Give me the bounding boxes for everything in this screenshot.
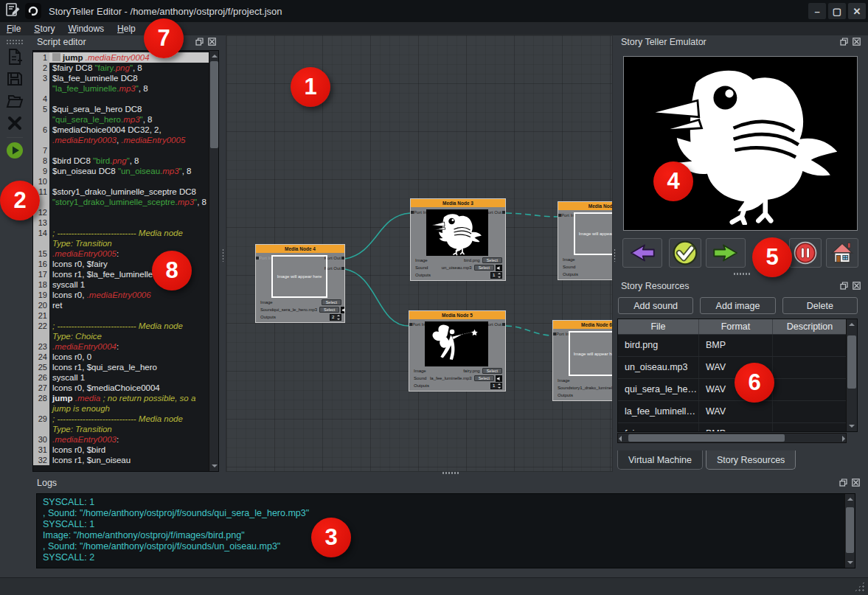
scroll-up-icon[interactable] bbox=[847, 320, 855, 329]
port-in-dot[interactable] bbox=[409, 323, 412, 326]
float-panel-icon[interactable] bbox=[839, 281, 849, 290]
home-button[interactable] bbox=[826, 238, 858, 268]
minimize-button[interactable]: – bbox=[808, 3, 826, 19]
column-header-description[interactable]: Description bbox=[773, 319, 847, 334]
float-panel-icon[interactable] bbox=[839, 37, 849, 46]
node-title[interactable]: Media Node 3 bbox=[411, 199, 505, 207]
table-row[interactable]: fairy.pngBMP bbox=[618, 423, 857, 432]
code-line[interactable]: 5$qui_sera_le_hero DC8 "qui_sera_le_hero… bbox=[33, 104, 209, 125]
code-line[interactable]: 8$bird DC8 "bird.png", 8 bbox=[33, 156, 209, 166]
scroll-thumb[interactable] bbox=[847, 335, 856, 389]
code-scrollbar[interactable] bbox=[209, 51, 218, 471]
code-line[interactable]: 11$story1_drako_luminelle_sceptre DC8 "s… bbox=[33, 187, 209, 207]
maximize-button[interactable]: ▢ bbox=[828, 3, 846, 19]
select-button[interactable]: Select bbox=[322, 299, 341, 305]
code-line[interactable]: 27lcons r0, $mediaChoice0004 bbox=[33, 383, 209, 393]
port-out-dot[interactable] bbox=[341, 267, 344, 270]
close-project-icon[interactable] bbox=[5, 114, 24, 133]
close-panel-icon[interactable] bbox=[207, 37, 217, 46]
delete-button[interactable]: Delete bbox=[782, 297, 858, 314]
scroll-left-icon[interactable] bbox=[618, 434, 627, 442]
add-sound-button[interactable]: Add sound bbox=[618, 297, 693, 314]
tab-story-resources[interactable]: Story Resources bbox=[706, 450, 796, 470]
log-scrollbar[interactable] bbox=[844, 494, 855, 568]
code-line[interactable]: 21 bbox=[33, 310, 209, 321]
splitter-handle[interactable] bbox=[442, 471, 459, 475]
code-line[interactable]: 13 bbox=[33, 218, 209, 228]
node-title[interactable]: Media Node 6 bbox=[553, 321, 613, 329]
splitter-handle[interactable] bbox=[221, 248, 225, 262]
node-graph-canvas[interactable]: Media Node 4Port InPort OutPort OutImage… bbox=[226, 35, 613, 472]
code-line[interactable]: 4 bbox=[33, 94, 209, 104]
port-in-dot[interactable] bbox=[411, 211, 414, 214]
select-button[interactable]: Select bbox=[482, 368, 502, 374]
media-node[interactable]: Media Node 4Port InPort OutPort OutImage… bbox=[255, 244, 345, 323]
code-line[interactable]: 3$la_fee_luminelle DC8 "la_fee_luminelle… bbox=[33, 73, 209, 94]
port-in[interactable]: Port In bbox=[561, 213, 574, 218]
table-row[interactable]: la_fee_luminelle.mp3WAV bbox=[618, 401, 857, 423]
menu-item-help[interactable]: Help bbox=[111, 23, 142, 35]
code-line[interactable]: 31lcons r0, $bird bbox=[33, 445, 209, 455]
port-out-dot[interactable] bbox=[341, 257, 344, 260]
scroll-down-icon[interactable] bbox=[847, 422, 855, 431]
speaker-icon[interactable] bbox=[496, 265, 502, 271]
code-line[interactable]: 7 bbox=[33, 145, 209, 156]
scroll-down-icon[interactable] bbox=[210, 462, 218, 470]
save-icon[interactable] bbox=[5, 69, 24, 88]
scroll-thumb[interactable] bbox=[846, 507, 854, 553]
back-button[interactable] bbox=[622, 238, 662, 268]
media-node[interactable]: Media Node 3Port InPort OutImagebird.png… bbox=[410, 198, 506, 281]
code-line[interactable]: 23.mediaEntry0004: bbox=[33, 341, 209, 352]
table-row[interactable]: bird.pngBMP bbox=[618, 335, 857, 357]
close-panel-icon[interactable] bbox=[851, 478, 861, 487]
close-button[interactable]: ✕ bbox=[848, 3, 866, 19]
code-line[interactable]: 14; ---------------------------- Media n… bbox=[33, 228, 209, 248]
port-in-dot[interactable] bbox=[553, 333, 556, 335]
table-scrollbar[interactable] bbox=[846, 319, 857, 431]
select-button[interactable]: Select bbox=[482, 257, 502, 263]
outputs-spinner[interactable]: 1 bbox=[490, 272, 502, 279]
outputs-spinner[interactable]: 1 bbox=[490, 383, 502, 389]
close-panel-icon[interactable] bbox=[852, 37, 861, 46]
scroll-up-icon[interactable] bbox=[210, 52, 218, 60]
select-button[interactable]: Select bbox=[319, 307, 339, 313]
port-in[interactable]: Port In bbox=[414, 210, 427, 215]
forward-button[interactable] bbox=[706, 238, 746, 268]
scroll-down-icon[interactable] bbox=[846, 558, 854, 567]
code-line[interactable]: 32lcons r1, $un_oiseau bbox=[33, 455, 209, 465]
tab-virtual-machine[interactable]: Virtual Machine bbox=[617, 450, 703, 470]
port-in[interactable]: Port In bbox=[412, 322, 426, 327]
scroll-up-icon[interactable] bbox=[846, 495, 854, 504]
run-icon[interactable] bbox=[5, 141, 24, 160]
code-line[interactable]: 6$mediaChoice0004 DC32, 2, .mediaEntry00… bbox=[33, 125, 209, 145]
resize-grip[interactable] bbox=[854, 581, 865, 592]
toolbar-drag-handle[interactable] bbox=[6, 39, 24, 44]
add-image-button[interactable]: Add image bbox=[700, 297, 775, 314]
open-folder-icon[interactable] bbox=[5, 91, 24, 111]
select-button[interactable]: Select bbox=[474, 375, 494, 381]
code-line[interactable]: 24lcons r0, 0 bbox=[33, 352, 209, 362]
code-line[interactable]: 2$fairy DC8 "fairy.png", 8 bbox=[33, 63, 209, 73]
port-in-dot[interactable] bbox=[256, 257, 259, 260]
port-in[interactable]: Port In bbox=[259, 256, 272, 260]
media-node[interactable]: Media Node 5Port InPort OutImagefairy.pn… bbox=[409, 310, 506, 392]
table-horizontal-scrollbar[interactable] bbox=[617, 433, 847, 443]
speaker-icon[interactable] bbox=[496, 375, 502, 382]
code-line[interactable]: 19lcons r0, .mediaEntry0006 bbox=[33, 290, 209, 300]
column-header-format[interactable]: Format bbox=[699, 319, 773, 334]
outputs-spinner[interactable]: 2 bbox=[330, 314, 341, 321]
pause-button[interactable] bbox=[789, 238, 822, 268]
menu-item-story[interactable]: Story bbox=[27, 23, 61, 35]
node-title[interactable]: Media Node bbox=[558, 202, 613, 210]
code-line[interactable]: 22; ---------------------------- Media n… bbox=[33, 321, 209, 341]
scroll-thumb[interactable] bbox=[628, 434, 785, 442]
menu-item-file[interactable]: File bbox=[0, 23, 27, 35]
code-line[interactable]: 29; ---------------------------- Media n… bbox=[33, 414, 209, 434]
code-line[interactable]: 12 bbox=[33, 207, 209, 218]
port-in[interactable]: Port In bbox=[556, 332, 569, 336]
float-panel-icon[interactable] bbox=[195, 37, 204, 46]
column-header-file[interactable]: File bbox=[618, 319, 699, 334]
code-line[interactable]: 10 bbox=[33, 176, 209, 187]
node-title[interactable]: Media Node 4 bbox=[256, 245, 344, 253]
code-line[interactable]: 9$un_oiseau DC8 "un_oiseau.mp3", 8 bbox=[33, 166, 209, 176]
